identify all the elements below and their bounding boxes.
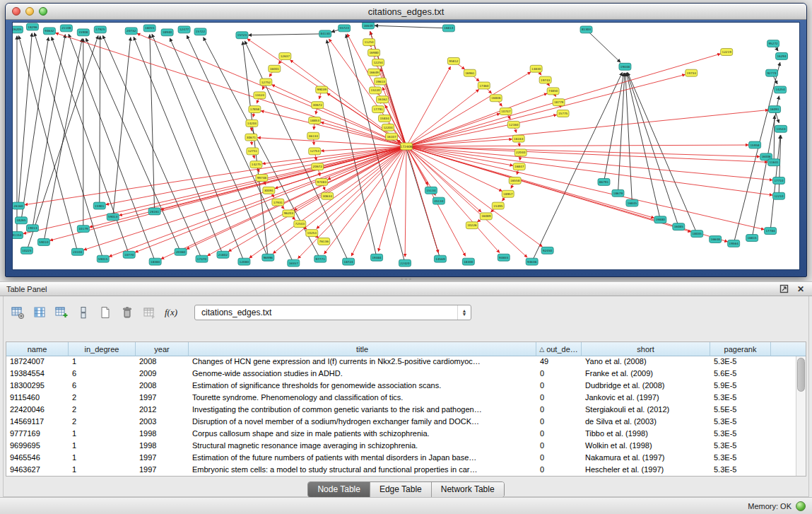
graph-node[interactable]: 15958: [749, 141, 761, 148]
table-cell[interactable]: Yano et al. (2008): [582, 356, 710, 368]
graph-node[interactable]: 55723: [339, 25, 351, 32]
graph-node[interactable]: 18296: [26, 23, 38, 30]
graph-node[interactable]: 36134: [307, 132, 319, 139]
table-row[interactable]: 1872400712008Changes of HCN gene express…: [6, 356, 806, 368]
table-row[interactable]: 946362711997Embryonic stem cells: a mode…: [6, 465, 806, 477]
table-cell[interactable]: 9465546: [6, 452, 69, 465]
graph-node[interactable]: 14830: [530, 65, 542, 72]
table-cell[interactable]: Estimation of the future numbers of pati…: [189, 452, 536, 465]
table-cell[interactable]: de Silva et al. (2003): [582, 416, 710, 428]
graph-node[interactable]: 12080: [238, 258, 250, 265]
table-cell[interactable]: 18300295: [6, 380, 69, 392]
table-cell[interactable]: 14569117: [6, 416, 69, 428]
graph-node[interactable]: 16091: [769, 106, 781, 113]
graph-node[interactable]: 16558: [509, 177, 521, 184]
table-cell[interactable]: 5.5E-5: [710, 404, 771, 416]
table-row[interactable]: 911546021997Tourette syndrome. Phenomeno…: [6, 392, 806, 404]
table-cell[interactable]: Tibbo et al. (1998): [582, 428, 710, 440]
table-row[interactable]: 946554611997Estimation of the future num…: [6, 452, 806, 465]
graph-node[interactable]: 10179: [77, 226, 89, 233]
table-vertical-scrollbar[interactable]: [796, 356, 806, 476]
table-row[interactable]: 1938455462009Genome-wide association stu…: [6, 368, 806, 380]
table-cell[interactable]: 1: [69, 465, 136, 477]
graph-node[interactable]: 30091: [263, 187, 275, 194]
table-cell[interactable]: 22420046: [6, 404, 69, 416]
table-cell[interactable]: 0: [536, 392, 582, 404]
graph-node[interactable]: 74850: [547, 88, 559, 95]
table-cell[interactable]: 9115460: [6, 392, 69, 404]
graph-node[interactable]: 45134: [433, 197, 445, 204]
graph-node[interactable]: 19734: [686, 69, 698, 76]
graph-node[interactable]: 13424: [254, 92, 266, 99]
column-header-pagerank[interactable]: pagerank: [710, 342, 771, 356]
graph-node[interactable]: 86791: [598, 178, 610, 185]
graph-node[interactable]: 59010: [37, 238, 49, 245]
graph-node[interactable]: 12210: [773, 192, 785, 199]
float-panel-icon[interactable]: [779, 284, 789, 294]
table-cell[interactable]: 9777169: [6, 428, 69, 440]
table-cell[interactable]: Estimation of significance thresholds fo…: [189, 380, 536, 392]
graph-node[interactable]: 18724: [343, 258, 355, 265]
function-builder-icon[interactable]: f(x): [163, 304, 180, 321]
graph-node[interactable]: 59015: [97, 255, 109, 262]
table-cell[interactable]: 6: [69, 380, 136, 392]
import-table-icon[interactable]: [141, 304, 158, 321]
table-cell[interactable]: 2008: [136, 356, 189, 368]
table-cell[interactable]: Structural magnetic resonance image aver…: [189, 440, 536, 452]
graph-node[interactable]: 10747: [500, 108, 512, 115]
table-cell[interactable]: 2012: [136, 404, 189, 416]
graph-node[interactable]: 15495: [492, 202, 504, 209]
table-cell[interactable]: Dudbridge et al. (2008): [582, 380, 710, 392]
graph-node[interactable]: 92450: [541, 247, 553, 254]
graph-node[interactable]: 76136: [318, 238, 330, 245]
graph-node[interactable]: 96203: [283, 210, 295, 217]
scrollbar-thumb[interactable]: [797, 358, 805, 392]
graph-node[interactable]: 16813: [442, 25, 454, 32]
graph-node[interactable]: 30672: [312, 102, 324, 109]
graph-node[interactable]: 23104: [71, 248, 83, 255]
graph-node[interactable]: 19880: [654, 216, 666, 223]
graph-node[interactable]: 21108: [60, 25, 72, 32]
graph-node[interactable]: 17784: [765, 228, 777, 235]
table-cell[interactable]: Jankovic et al. (1997): [582, 392, 710, 404]
graph-node[interactable]: 15908: [77, 29, 89, 36]
graph-node[interactable]: 20672: [312, 163, 324, 170]
column-header-short[interactable]: short: [582, 342, 710, 356]
graph-node[interactable]: 11254: [363, 39, 375, 46]
table-cell[interactable]: Changes of HCN gene expression and I(f) …: [189, 356, 536, 368]
table-cell[interactable]: 5.3E-5: [710, 452, 771, 465]
graph-node[interactable]: 96996: [262, 254, 274, 261]
graph-node[interactable]: 10770: [123, 251, 135, 258]
delete-column-icon[interactable]: [75, 304, 92, 321]
graph-node[interactable]: 94655: [498, 254, 510, 261]
graph-node[interactable]: 12637: [279, 53, 291, 60]
table-cell[interactable]: 5.3E-5: [710, 356, 771, 368]
table-cell[interactable]: 0: [536, 368, 582, 380]
graph-node[interactable]: 17931: [272, 199, 284, 206]
table-cell[interactable]: Corpus callosum shape and size in male p…: [189, 428, 536, 440]
graph-node[interactable]: 97483: [316, 178, 328, 185]
table-cell[interactable]: 5.3E-5: [710, 465, 771, 477]
graph-node[interactable]: 95272: [767, 40, 779, 47]
table-cell[interactable]: 49: [536, 356, 582, 368]
graph-node[interactable]: 17791: [372, 106, 384, 113]
table-row[interactable]: 1456911722003Disruption of a novel membe…: [6, 416, 806, 428]
graph-node[interactable]: 19564: [728, 240, 740, 247]
graph-node[interactable]: 16294: [776, 53, 788, 60]
graph-node[interactable]: 30671: [245, 134, 257, 141]
graph-node[interactable]: 94632: [43, 28, 55, 35]
graph-node[interactable]: 16649: [368, 69, 380, 76]
table-cell[interactable]: 5.3E-5: [710, 428, 771, 440]
graph-node[interactable]: 19013: [26, 225, 38, 232]
table-cell[interactable]: Genome-wide association studies in ADHD.: [189, 368, 536, 380]
graph-node[interactable]: 12204: [382, 124, 394, 131]
graph-node[interactable]: 99039: [316, 86, 328, 93]
table-cell[interactable]: 6: [69, 368, 136, 380]
graph-node[interactable]: 97771: [314, 255, 326, 262]
graph-node[interactable]: 12160: [507, 121, 519, 128]
graph-node[interactable]: 22420: [399, 259, 411, 267]
table-cell[interactable]: 0: [536, 428, 582, 440]
graph-node[interactable]: 16649: [363, 23, 375, 29]
graph-node[interactable]: 26161: [148, 208, 160, 215]
graph-node[interactable]: 16980: [368, 49, 380, 57]
